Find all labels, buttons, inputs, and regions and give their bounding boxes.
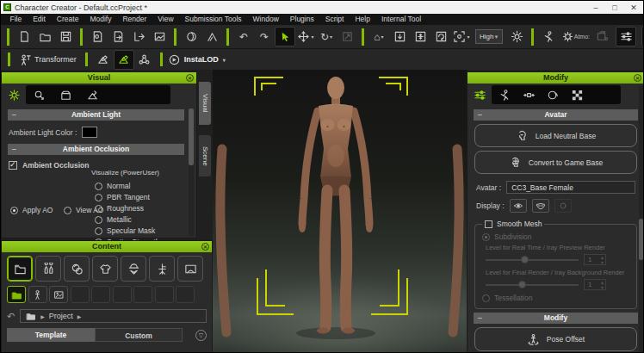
modify-panel-scrollbar[interactable] bbox=[639, 86, 643, 353]
menu-edit[interactable]: Edit bbox=[28, 14, 52, 25]
media-export-button[interactable] bbox=[149, 27, 170, 46]
category-furniture-button[interactable] bbox=[149, 256, 175, 282]
export-button[interactable] bbox=[108, 27, 128, 46]
viewport-3d[interactable] bbox=[213, 70, 467, 353]
collapse-icon[interactable]: – bbox=[478, 109, 482, 121]
load-neutral-base-button[interactable]: Load Neutral Base bbox=[474, 124, 637, 147]
import-button[interactable] bbox=[87, 27, 108, 46]
material-icon[interactable] bbox=[547, 89, 560, 102]
subcategory-avatar-button[interactable] bbox=[28, 286, 47, 303]
visual-panel-header[interactable]: Visual ✕ bbox=[2, 72, 196, 84]
menu-help[interactable]: Help bbox=[350, 14, 375, 25]
apply-ao-radio[interactable]: Apply AO bbox=[10, 206, 53, 214]
convert-to-game-base-button[interactable]: Convert to Game Base bbox=[474, 151, 637, 174]
edit-pose-button[interactable] bbox=[114, 50, 134, 70]
collapse-icon[interactable]: – bbox=[12, 109, 16, 121]
breadcrumb[interactable]: ▶ Project ▶ bbox=[20, 309, 207, 323]
side-tab-visual[interactable]: Visual bbox=[199, 82, 211, 125]
subcategory-empty-slot[interactable] bbox=[71, 286, 90, 303]
display-mask-button[interactable] bbox=[532, 199, 549, 213]
close-icon[interactable]: ✕ bbox=[201, 243, 209, 251]
tab-template[interactable]: Template bbox=[7, 328, 95, 342]
morph-icon[interactable] bbox=[523, 89, 536, 102]
collapse-icon[interactable]: – bbox=[478, 313, 482, 324]
open-project-button[interactable] bbox=[34, 27, 55, 46]
modify-section-header[interactable]: – Modify bbox=[474, 313, 638, 324]
modify-panel-header[interactable]: Modify ✕ bbox=[468, 72, 644, 84]
close-button[interactable]: ✕ bbox=[624, 1, 643, 14]
menu-view[interactable]: View bbox=[152, 14, 179, 25]
camera-frame-all-button[interactable] bbox=[410, 27, 430, 46]
visualize-option-specular-mask[interactable]: Specular Mask bbox=[95, 226, 159, 235]
pose-offset-button[interactable]: Pose Offset bbox=[474, 327, 637, 351]
menu-modify[interactable]: Modify bbox=[84, 14, 117, 25]
subcategory-empty-slot[interactable] bbox=[155, 286, 174, 303]
category-material-button[interactable] bbox=[64, 256, 90, 282]
new-project-button[interactable] bbox=[14, 27, 34, 46]
shadow-box-icon[interactable] bbox=[59, 89, 72, 102]
subcategory-empty-slot[interactable] bbox=[133, 286, 152, 303]
level-realtime-slider[interactable] bbox=[486, 259, 579, 261]
edit-mesh-button[interactable] bbox=[93, 50, 114, 70]
gumball-button[interactable] bbox=[134, 50, 155, 70]
move-tool-button[interactable]: ▾ bbox=[295, 27, 316, 46]
ambient-occlusion-section-header[interactable]: – Ambient Occlusion bbox=[8, 144, 184, 155]
goz-button[interactable] bbox=[201, 27, 222, 46]
tab-display-settings[interactable] bbox=[5, 86, 22, 103]
close-icon[interactable]: ✕ bbox=[186, 74, 194, 82]
maximize-button[interactable]: □ bbox=[605, 1, 624, 14]
atmosphere-button[interactable]: Atmo: bbox=[559, 27, 591, 46]
menu-render[interactable]: Render bbox=[117, 14, 152, 25]
expand-chevron-icon[interactable]: ▽ bbox=[195, 330, 207, 341]
menu-create[interactable]: Create bbox=[51, 14, 84, 25]
camera-fit-button[interactable] bbox=[389, 27, 410, 46]
subcategory-all-button[interactable] bbox=[7, 286, 26, 303]
ambient-occlusion-checkbox[interactable] bbox=[9, 161, 17, 170]
minimize-button[interactable]: – bbox=[586, 1, 605, 14]
category-stage-button[interactable] bbox=[177, 256, 203, 282]
avatar-name-field[interactable] bbox=[506, 181, 635, 194]
menu-file[interactable]: File bbox=[4, 14, 28, 25]
save-project-button[interactable] bbox=[55, 27, 76, 46]
subdivision-radio[interactable]: Subdivision bbox=[482, 232, 629, 241]
online-content-button[interactable] bbox=[181, 27, 201, 46]
iray-render-button[interactable] bbox=[591, 27, 612, 46]
menu-script[interactable]: Script bbox=[319, 14, 350, 25]
side-tab-scene[interactable]: Scene bbox=[199, 135, 211, 176]
tab-attribute[interactable] bbox=[471, 86, 488, 103]
category-project-button[interactable] bbox=[7, 256, 33, 282]
subcategory-empty-slot[interactable] bbox=[91, 286, 110, 303]
ambient-light-section-header[interactable]: – Ambient Light bbox=[8, 109, 184, 121]
level-realtime-spinbox[interactable]: 1 ▲▼ bbox=[584, 254, 606, 265]
render-character-button[interactable] bbox=[538, 27, 559, 46]
visualize-option-normal[interactable]: Normal bbox=[95, 182, 159, 190]
camera-view-button[interactable]: ▾ bbox=[451, 27, 472, 46]
redo-button[interactable]: ↷ bbox=[254, 27, 275, 46]
menu-window[interactable]: Window bbox=[247, 14, 284, 25]
collapse-icon[interactable]: – bbox=[12, 144, 16, 155]
texture-checker-icon[interactable] bbox=[571, 89, 584, 102]
spinner-arrows-icon[interactable]: ▲▼ bbox=[600, 255, 604, 265]
tab-custom[interactable]: Custom bbox=[95, 328, 183, 342]
view-ao-radio[interactable]: View AO bbox=[64, 206, 103, 214]
preview-light-button[interactable] bbox=[506, 27, 527, 46]
visualize-option-metallic[interactable]: Metallic bbox=[95, 215, 159, 224]
rotate-tool-button[interactable]: ↻ ▾ bbox=[316, 27, 337, 46]
visualize-option-roughness[interactable]: Roughness bbox=[95, 204, 159, 213]
category-actor-button[interactable] bbox=[35, 256, 61, 282]
select-tool-button[interactable] bbox=[275, 27, 295, 46]
home-camera-button[interactable]: ⌂ ▾ bbox=[368, 27, 389, 46]
transformer-button[interactable]: Transformer bbox=[15, 50, 80, 70]
content-panel-header[interactable]: Content ✕ bbox=[2, 241, 212, 252]
breadcrumb-project[interactable]: Project bbox=[49, 312, 73, 320]
camera-orbit-button[interactable] bbox=[430, 27, 451, 46]
send-to-button[interactable] bbox=[128, 27, 149, 46]
smooth-mesh-checkbox[interactable] bbox=[485, 220, 492, 228]
visual-panel-scrollbar[interactable] bbox=[189, 108, 194, 236]
scale-tool-button[interactable] bbox=[337, 27, 357, 46]
visualize-option-pbr-tangent[interactable]: PBR Tangent bbox=[95, 193, 159, 201]
back-icon[interactable]: ↶ bbox=[7, 312, 15, 321]
level-final-slider[interactable] bbox=[486, 284, 579, 286]
subcategory-image-button[interactable] bbox=[49, 286, 68, 303]
display-extra-button[interactable] bbox=[554, 199, 572, 213]
